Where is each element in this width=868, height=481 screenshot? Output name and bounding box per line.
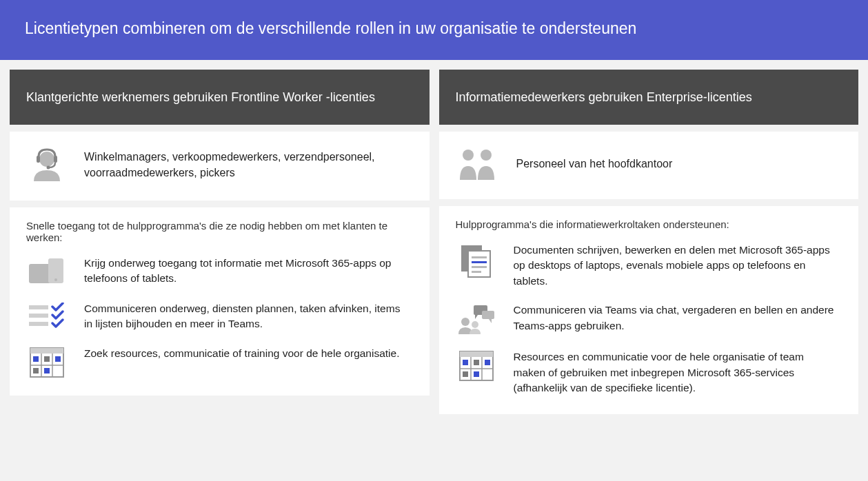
svg-point-20 <box>463 150 474 161</box>
resource-grid-icon <box>456 349 497 381</box>
item-text: Communiceren onderweg, diensten plannen,… <box>84 301 413 332</box>
svg-rect-11 <box>30 348 63 354</box>
svg-point-0 <box>39 152 54 167</box>
svg-rect-1 <box>37 156 40 163</box>
persona-row: Winkelmanagers, verkoopmedewerkers, verz… <box>26 144 413 185</box>
svg-rect-19 <box>44 368 50 373</box>
svg-rect-31 <box>482 311 494 319</box>
column-header-text: Klantgerichte werknemers gebruiken Front… <box>26 89 375 105</box>
list-item: Resources en communicatie voor de hele o… <box>456 349 842 396</box>
devices-icon <box>26 256 68 287</box>
svg-point-21 <box>481 150 492 161</box>
persona-panel-enterprise: Personeel van het hoofdkantoor <box>439 132 859 199</box>
persona-row: Personeel van het hoofdkantoor <box>456 144 842 184</box>
column-header-text: Informatiemedewerkers gebruiken Enterpri… <box>456 89 752 105</box>
item-text: Communiceren via Teams via chat, vergade… <box>514 303 842 334</box>
svg-rect-15 <box>33 356 39 362</box>
chat-people-icon <box>456 303 497 336</box>
svg-point-29 <box>472 321 478 328</box>
persona-panel-frontline: Winkelmanagers, verkoopmedewerkers, verz… <box>10 132 430 201</box>
svg-point-28 <box>461 318 470 326</box>
tools-intro: Snelle toegang tot de hulpprogramma's di… <box>26 220 413 243</box>
item-text: Zoek resources, communicatie of training… <box>84 346 413 361</box>
tools-panel-enterprise: Hulpprogramma's die informatiewerkroltak… <box>439 206 859 414</box>
column-header-frontline: Klantgerichte werknemers gebruiken Front… <box>10 70 430 125</box>
people-icon <box>456 144 500 184</box>
svg-rect-25 <box>472 261 487 263</box>
column-enterprise: Informatiemedewerkers gebruiken Enterpri… <box>439 70 859 414</box>
column-frontline: Klantgerichte werknemers gebruiken Front… <box>10 70 430 414</box>
svg-rect-8 <box>29 314 48 318</box>
list-item: Krijg onderweg toegang tot informatie me… <box>26 256 413 287</box>
tools-intro: Hulpprogramma's die informatiewerkroltak… <box>456 218 842 230</box>
svg-rect-38 <box>474 360 479 365</box>
svg-rect-2 <box>54 156 57 163</box>
list-item: Communiceren via Teams via chat, vergade… <box>456 303 842 336</box>
svg-rect-7 <box>29 305 48 309</box>
svg-rect-26 <box>472 266 487 268</box>
svg-rect-23 <box>468 251 490 277</box>
svg-rect-40 <box>463 371 468 377</box>
persona-text: Personeel van het hoofdkantoor <box>516 156 842 172</box>
svg-rect-9 <box>29 322 48 326</box>
svg-rect-39 <box>485 360 490 365</box>
svg-rect-17 <box>55 356 61 362</box>
list-item: Documenten schrijven, bewerken en delen … <box>456 243 842 289</box>
svg-rect-16 <box>44 356 50 362</box>
svg-rect-33 <box>460 351 493 357</box>
item-text: Krijg onderweg toegang tot informatie me… <box>84 256 413 287</box>
tools-panel-frontline: Snelle toegang tot de hulpprogramma's di… <box>10 207 430 396</box>
documents-icon <box>456 243 497 278</box>
list-item: Zoek resources, communicatie of training… <box>26 346 413 378</box>
svg-rect-24 <box>472 256 487 258</box>
svg-rect-41 <box>474 371 479 377</box>
svg-rect-27 <box>472 271 481 273</box>
headset-person-icon <box>26 144 68 185</box>
svg-rect-18 <box>33 368 39 373</box>
columns-container: Klantgerichte werknemers gebruiken Front… <box>0 60 868 424</box>
persona-text: Winkelmanagers, verkoopmedewerkers, verz… <box>84 149 413 181</box>
svg-point-3 <box>47 166 50 170</box>
svg-rect-37 <box>463 360 468 365</box>
page-banner: Licentietypen combineren om de verschill… <box>0 0 868 60</box>
svg-point-6 <box>54 278 57 281</box>
item-text: Documenten schrijven, bewerken en delen … <box>514 243 842 289</box>
checklist-icon <box>26 301 68 330</box>
resource-grid-icon <box>26 346 68 378</box>
banner-title: Licentietypen combineren om de verschill… <box>25 19 636 37</box>
column-header-enterprise: Informatiemedewerkers gebruiken Enterpri… <box>439 70 859 125</box>
item-text: Resources en communicatie voor de hele o… <box>514 349 842 396</box>
list-item: Communiceren onderweg, diensten plannen,… <box>26 301 413 332</box>
